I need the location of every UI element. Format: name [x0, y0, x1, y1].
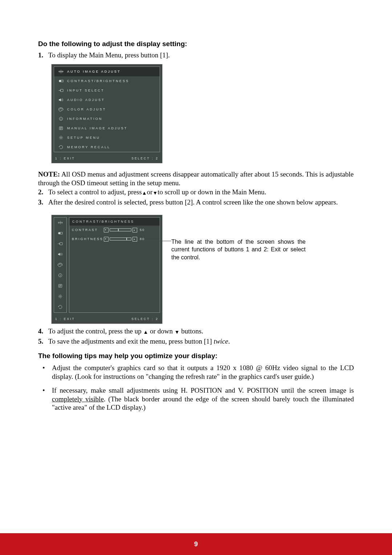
down-triangle-icon: ▼ — [175, 329, 180, 336]
osd-item-label: AUDIO ADJUST — [65, 98, 105, 102]
tip-text: Adjust the computer's graphics card so t… — [52, 364, 354, 381]
osd-item-label: AUTO IMAGE ADJUST — [65, 70, 121, 73]
osd2-sidebar-audio-adjust[interactable] — [54, 249, 66, 260]
svg-point-0 — [59, 80, 61, 82]
osd-item-label: CONTRAST/BRIGHTNESS — [65, 79, 129, 83]
step-text-pre: To save the adjustments and exit the men… — [48, 337, 214, 345]
note: NOTE: All OSD menus and adjustment scree… — [38, 170, 354, 187]
manual-image-adjust-icon — [57, 126, 65, 131]
step-5: 5. To save the adjustments and exit the … — [38, 337, 354, 346]
step-text-post: to scroll up or down in the Main Menu. — [158, 188, 266, 196]
osd2-header: CONTRAST/BRIGHTNESS — [69, 218, 160, 226]
slider[interactable] — [110, 228, 131, 231]
svg-rect-10 — [60, 232, 62, 234]
osd2-sidebar-auto-image-adjust[interactable] — [54, 218, 66, 228]
svg-point-13 — [60, 264, 60, 264]
bullet-marker: • — [38, 364, 52, 381]
step-number: 4. — [38, 327, 48, 336]
page-number: 9 — [194, 540, 198, 548]
step-text-mid: or down — [148, 327, 174, 335]
color-adjust-icon — [57, 107, 65, 112]
auto-image-adjust-icon — [57, 69, 65, 74]
osd2-sidebar-color-adjust[interactable] — [54, 260, 66, 270]
svg-point-9 — [58, 232, 60, 234]
osd-item-label: MEMORY RECALL — [65, 145, 110, 149]
osd-footer-select: SELECT : 2 — [131, 157, 159, 160]
svg-point-5 — [62, 109, 62, 109]
increase-button[interactable]: ▲ — [132, 228, 137, 232]
osd-item-contrast-brightness[interactable]: CONTRAST/BRIGHTNESS — [54, 76, 160, 86]
callout-text: The line at the bottom of the screen sho… — [171, 239, 306, 260]
step-text: To adjust the control, press the up ▲ or… — [48, 327, 354, 336]
audio-adjust-icon — [57, 97, 65, 102]
page-footer: 9 — [0, 533, 392, 555]
note-label: NOTE: — [38, 170, 60, 178]
callout: The line at the bottom of the screen sho… — [171, 208, 306, 262]
step-text-em: twice — [214, 337, 228, 345]
tip-bullet: •If necessary, make small adjustments us… — [38, 386, 354, 412]
step-text: After the desired control is selected, p… — [48, 198, 354, 207]
svg-point-3 — [60, 109, 60, 109]
slider-value: 80 — [140, 237, 145, 241]
osd2-row-contrast: CONTRAST▼▲50 — [69, 226, 160, 235]
osd-footer-exit: 1 : EXIT — [55, 157, 75, 160]
svg-point-4 — [61, 108, 61, 108]
callout-leader-line — [138, 241, 171, 241]
osd2-sidebar-memory-recall[interactable] — [54, 302, 66, 312]
step-text: To display the Main Menu, press button [… — [48, 51, 354, 60]
step-number: 2. — [38, 188, 48, 197]
setup-menu-icon — [57, 135, 65, 140]
osd2-sidebar-setup-menu[interactable] — [54, 291, 66, 302]
osd2-row-label: BRIGHTNESS — [72, 237, 104, 241]
decrease-button[interactable]: ▼ — [104, 237, 109, 242]
heading-adjust: Do the following to adjust the display s… — [38, 40, 354, 48]
osd-item-color-adjust[interactable]: COLOR ADJUST — [54, 105, 160, 114]
osd-item-memory-recall[interactable]: MEMORY RECALL — [54, 142, 160, 152]
osd-main-menu: AUTO IMAGE ADJUSTCONTRAST/BRIGHTNESSINPU… — [51, 64, 163, 163]
step-number: 5. — [38, 337, 48, 346]
step-4: 4. To adjust the control, press the up ▲… — [38, 327, 354, 336]
up-triangle-icon: ▲ — [143, 329, 148, 336]
osd2-row-label: CONTRAST — [72, 228, 104, 232]
step-3: 3. After the desired control is selected… — [38, 198, 354, 207]
osd-item-input-select[interactable]: INPUT SELECT — [54, 86, 160, 95]
osd2-sidebar-input-select[interactable] — [54, 239, 66, 249]
osd2-sidebar-contrast-brightness[interactable] — [54, 228, 66, 239]
step-text-pre: To adjust the control, press the up — [48, 327, 143, 335]
heading-tips: The following tips may help you optimize… — [38, 352, 354, 360]
osd-item-auto-image-adjust[interactable]: AUTO IMAGE ADJUST — [54, 67, 160, 76]
osd-item-label: SETUP MENU — [65, 136, 100, 139]
step-text: To save the adjustments and exit the men… — [48, 337, 354, 346]
note-text: All OSD menus and adjustment screens dis… — [38, 170, 354, 187]
down-triangle-icon: ▼ — [152, 190, 158, 197]
step-text: To select a control to adjust, press▲or▼… — [48, 188, 354, 197]
tip-bullet: •Adjust the computer's graphics card so … — [38, 364, 354, 381]
osd2-sidebar-manual-image-adjust[interactable] — [54, 281, 66, 291]
slider-value: 50 — [140, 228, 145, 232]
osd-item-audio-adjust[interactable]: AUDIO ADJUST — [54, 95, 160, 105]
step-number: 3. — [38, 198, 48, 207]
osd-item-information[interactable]: INFORMATION — [54, 114, 160, 123]
svg-point-12 — [59, 264, 59, 265]
osd-item-manual-image-adjust[interactable]: MANUAL IMAGE ADJUST — [54, 123, 160, 133]
decrease-button[interactable]: ▼ — [104, 228, 109, 232]
contrast-brightness-icon — [57, 78, 65, 84]
svg-point-17 — [60, 296, 61, 297]
step-text-post: . — [228, 337, 230, 345]
osd2-footer-select: SELECT : 2 — [131, 317, 159, 321]
osd-item-label: INFORMATION — [65, 117, 103, 121]
tip-text: If necessary, make small adjustments usi… — [52, 386, 354, 412]
step-text-post: buttons. — [180, 327, 203, 335]
svg-point-8 — [60, 137, 62, 138]
osd2-sidebar-information[interactable] — [54, 270, 66, 281]
up-triangle-icon: ▲ — [142, 190, 147, 197]
osd-item-label: MANUAL IMAGE ADJUST — [65, 126, 127, 130]
step-text-pre: To select a control to adjust, press — [48, 188, 142, 196]
slider[interactable] — [110, 238, 131, 240]
osd-item-label: INPUT SELECT — [65, 89, 105, 92]
step-1: 1. To display the Main Menu, press butto… — [38, 51, 354, 60]
svg-rect-1 — [61, 80, 63, 82]
increase-button[interactable]: ▲ — [132, 237, 137, 242]
input-select-icon — [57, 88, 65, 93]
osd-item-setup-menu[interactable]: SETUP MENU — [54, 133, 160, 142]
